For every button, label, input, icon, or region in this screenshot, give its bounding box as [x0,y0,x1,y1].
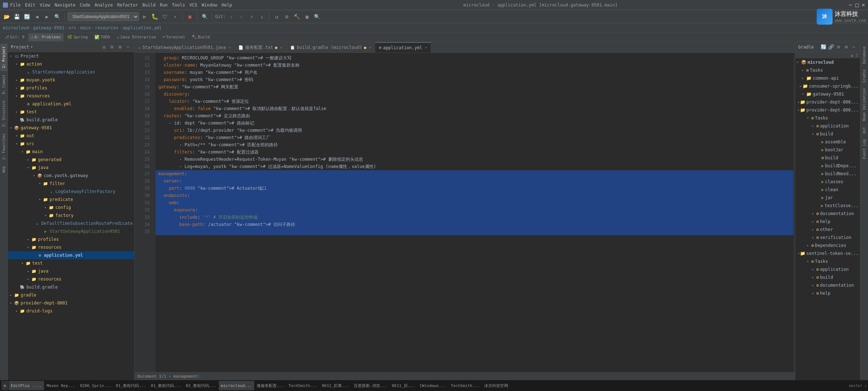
tree-item-21[interactable]: ☕DefaultTimeSubsectionRoutePredicate [8,219,134,227]
open-file-button[interactable]: 📂 [2,12,11,21]
breadcrumb-part-3[interactable]: main [80,25,91,30]
sidebar-tab-bean-validation[interactable]: Bean Validation [861,85,868,124]
window-controls[interactable]: − □ × [849,1,865,8]
tree-item-26[interactable]: ▾📁test [8,259,134,267]
breadcrumb-part-4[interactable]: resources [95,25,118,30]
breadcrumb-part-5[interactable]: application.yml [123,25,162,30]
tree-item-5[interactable]: ▾📁resources [8,92,134,100]
tree-item-13[interactable]: ▸📁generated [8,156,134,164]
project-tree[interactable]: ▾🗂Project▾📁action ☕StartConsumerApplicat… [8,52,134,380]
gradle-tree-content[interactable]: ▾📦microcloud▸⚙Tasks▸📁common-api▸📁consume… [795,58,860,380]
tree-item-2[interactable]: ☕StartConsumerApplication [8,68,134,76]
code-line-19[interactable]: routes: "kw-comment"># 定义静态路由 [156,112,793,119]
gradle-item-18[interactable]: ▶testClasse... [795,202,860,210]
coverage-button[interactable]: 🛡 [161,12,169,21]
tree-item-29[interactable]: 🐘build.gradle [8,283,134,291]
menu-edit[interactable]: Edit [25,3,35,8]
tree-item-15[interactable]: ▾📦com.yootk.gateway [8,172,134,180]
menu-build[interactable]: Build [142,3,156,8]
sidebar-tab-ant[interactable]: Ant [861,124,868,136]
tree-item-10[interactable]: ▾📁out [8,132,134,140]
tree-item-30[interactable]: ▸📁gradle [8,291,134,299]
start-button[interactable]: ⊞ [1,381,8,390]
tree-item-4[interactable]: ▸📁profiles [8,84,134,92]
stop-button[interactable]: ■ [186,12,194,21]
gradle-item-22[interactable]: ▸⚙verification [795,234,860,241]
gradle-item-23[interactable]: ▸⚙Dependencies [795,241,860,249]
code-line-12[interactable]: cluster-name: MuyanGateway "kw-comment">… [156,62,793,69]
taskbar-config[interactable]: 微服务配置... [255,381,286,390]
taskbar-baidu[interactable]: 百度搜索-浏览... [352,381,390,390]
tree-item-24[interactable]: ▾📁resources [8,243,134,251]
taskbar-yootk[interactable]: 沐言科技官网 [482,381,510,390]
menu-navigate[interactable]: Navigate [55,3,76,8]
terminal-tab[interactable]: ⌨ Terminal [159,33,188,41]
gradle-item-7[interactable]: ▾⚙Tasks [795,114,860,122]
sidebar-tab-database[interactable]: Database [861,43,868,67]
taskbar-spring1[interactable]: 0206_Sprin... [78,381,113,390]
settings-panel-button[interactable]: ⚙ [117,44,123,50]
code-line-11[interactable]: group: MICROCLOUD_GROUP "kw-comment"># 一… [156,54,793,62]
taskbar-microcloud[interactable]: microcloud... [219,381,254,390]
sidebar-tab-event-log[interactable]: Event Log [861,136,868,162]
tab-1[interactable]: 📄 服务配置.txt ● × [235,42,286,52]
profile-button[interactable]: ⚡ [171,12,179,21]
gradle-link-button[interactable]: 🔗 [828,44,834,50]
gradle-item-12[interactable]: ⚙build [795,154,860,162]
minimize-button[interactable]: − [849,1,852,8]
gradle-item-20[interactable]: ▸⚙help [795,218,860,226]
gradle-item-10[interactable]: ▶assemble [795,138,860,146]
gradle-hide-button[interactable]: − [851,44,857,50]
debug-button[interactable]: 🐛 [150,12,159,21]
sidebar-tab-structure[interactable]: Z: Structure [0,98,7,130]
tree-item-19[interactable]: ▸📁config [8,203,134,211]
sidebar-tab-project[interactable]: 1: Project [0,43,7,71]
tab-2[interactable]: 📋 build.gradle (microcloud) ● × [286,42,375,52]
code-line-23[interactable]: - Path=/** "kw-comment"># 匹配全部的路径 [156,141,793,148]
tree-item-32[interactable]: ▸📁druid-logs [8,307,134,315]
code-editor[interactable]: group: MICROCLOUD_GROUP "kw-comment"># 一… [156,53,793,372]
tree-item-0[interactable]: ▾🗂Project [8,52,134,60]
sync-button[interactable]: 🔄 [22,12,31,21]
build-project-button[interactable]: 🔨 [293,12,301,21]
tree-item-12[interactable]: ▾📁main [8,148,134,156]
code-line-35[interactable] [156,228,793,235]
breadcrumb-part-2[interactable]: src [68,25,76,30]
tree-item-22[interactable]: ▶StartGatewayApplication9501 [8,227,134,235]
gradle-settings-button[interactable]: ⚙ [843,44,850,50]
search-button[interactable]: 🔍 [200,12,209,21]
taskbar-edu1[interactable]: 01_教程代码... [114,381,148,390]
search-everywhere-button[interactable]: 🔍 [53,12,61,21]
git-commit-button[interactable]: ✓ [237,12,246,21]
code-line-26[interactable]: - Log=muyan, yootk "kw-comment"># 过滤器=Na… [156,163,793,170]
tree-item-28[interactable]: ▸📁resources [8,275,134,283]
gradle-refresh-button[interactable]: 🔄 [820,44,827,50]
taskbar-maven[interactable]: Maven Rep... [44,381,77,390]
code-line-34[interactable]: base-path: /actuator "kw-comment"># 访问子路… [156,221,793,228]
tree-item-1[interactable]: ▾📁action [8,60,134,68]
tree-item-17[interactable]: ☕LogGatewayFilterFactory [8,188,134,196]
tree-item-11[interactable]: ▾📁src [8,140,134,148]
code-line-32[interactable]: exposure: [156,206,793,214]
menu-vcs[interactable]: VCS [190,3,197,8]
collapse-all-button[interactable]: ⊟ [109,44,115,50]
gradle-item-14[interactable]: ▶buildNeed... [795,170,860,178]
gradle-item-24[interactable]: ▾📁sentinel-token-se... [795,249,860,257]
taskbar-techsmith2[interactable]: TechSmith... [448,381,481,390]
gradle-item-19[interactable]: ▸⚙documentation [795,210,860,218]
tree-item-9[interactable]: ▾📦gateway-9501 [8,124,134,132]
gradle-item-25[interactable]: ▾⚙Tasks [795,257,860,265]
menu-help[interactable]: Help [222,3,232,8]
tree-item-8[interactable]: 🐘build.gradle [8,116,134,124]
code-line-24[interactable]: filters: "kw-comment"># 配置过滤器 [156,148,793,156]
gradle-item-28[interactable]: ▸⚙documentation [795,281,860,289]
tree-item-7[interactable]: ▸📁test [8,108,134,116]
code-line-27[interactable]: management: [156,170,793,177]
menu-bar[interactable]: File Edit View Navigate Code Analyze Ref… [10,3,232,8]
gradle-item-0[interactable]: ▾📦microcloud [795,58,860,66]
tree-item-3[interactable]: ▸📁muyan.yootk [8,76,134,84]
code-line-30[interactable]: endpoints: [156,192,793,199]
gradle-item-3[interactable]: ▸📁consumer-springb... [795,82,860,90]
gradle-item-4[interactable]: ▾📁gateway-9501 [795,90,860,98]
tree-item-25[interactable]: ⚙application.yml [8,251,134,259]
